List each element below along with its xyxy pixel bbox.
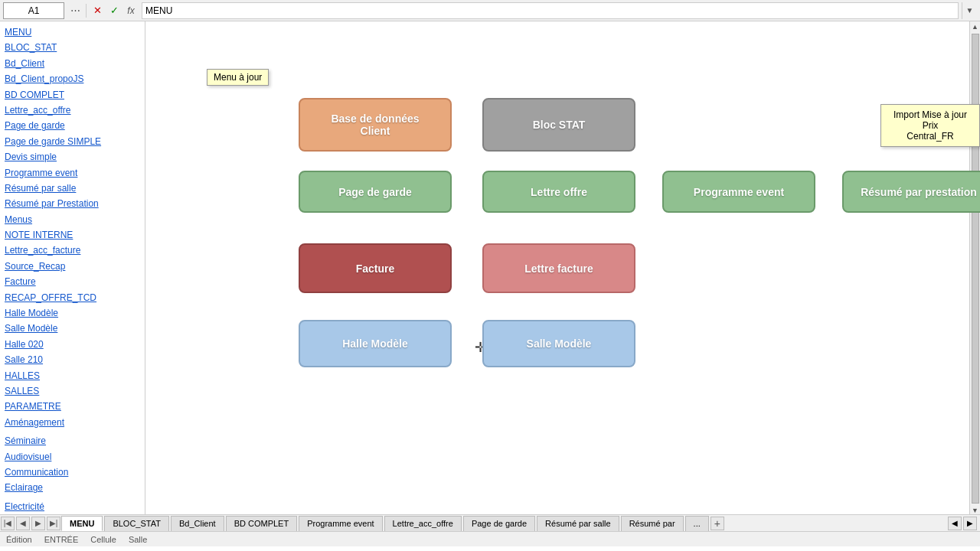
button-lettre-facture[interactable]: Lettre facture bbox=[482, 243, 635, 293]
sheet-tab-more[interactable]: ... bbox=[685, 516, 709, 531]
cancel-icon[interactable]: ✕ bbox=[90, 3, 105, 18]
sidebar-link[interactable]: NOTE INTERNE bbox=[5, 227, 140, 243]
tab-scroll-btns: ◀ ▶ bbox=[948, 517, 977, 530]
status-cellule: Cellule bbox=[90, 535, 116, 544]
sidebar: MENUBLOC_STATBd_ClientBd_Client_propoJSB… bbox=[0, 21, 145, 514]
sidebar-link[interactable]: BLOC_STAT bbox=[5, 40, 140, 55]
sidebar-link[interactable]: Eclairage bbox=[5, 480, 140, 495]
button-page-de-garde[interactable]: Page de garde bbox=[299, 171, 452, 213]
import-line1: Import Mise à jour Prix bbox=[889, 109, 972, 131]
import-line2: Central_FR bbox=[889, 131, 972, 142]
sidebar-link[interactable]: Electricité bbox=[5, 499, 140, 514]
import-box: Import Mise à jour Prix Central_FR bbox=[880, 104, 980, 147]
button-salle-modele[interactable]: Salle Modèle bbox=[482, 320, 635, 367]
button-resume-par-prestation[interactable]: Résumé par prestation bbox=[842, 171, 980, 213]
sidebar-link[interactable]: Halle 020 bbox=[5, 337, 140, 352]
sidebar-link[interactable]: Devis simple bbox=[5, 149, 140, 165]
formula-input[interactable] bbox=[142, 2, 959, 19]
scroll-down-btn[interactable]: ▼ bbox=[972, 507, 978, 514]
sidebar-link[interactable]: Lettre_acc_offre bbox=[5, 103, 140, 118]
sidebar-link[interactable]: Page de garde SIMPLE bbox=[5, 134, 140, 149]
sidebar-link[interactable]: Séminaire bbox=[5, 433, 140, 448]
sidebar-link[interactable]: Page de garde bbox=[5, 118, 140, 133]
sidebar-link[interactable]: Audiovisuel bbox=[5, 449, 140, 465]
sheet-tab[interactable]: BD COMPLET bbox=[226, 516, 298, 531]
formula-dropdown[interactable]: ▼ bbox=[962, 2, 977, 19]
sidebar-link[interactable]: Halle Modèle bbox=[5, 305, 140, 321]
menu-dots-icon[interactable]: ⋯ bbox=[67, 3, 83, 18]
sidebar-link[interactable]: Menus bbox=[5, 212, 140, 227]
sheet-tab[interactable]: Page de garde bbox=[463, 516, 535, 531]
sidebar-link[interactable]: HALLES bbox=[5, 368, 140, 383]
sidebar-link[interactable]: Bd_Client_propoJS bbox=[5, 71, 140, 86]
tab-scroll-right[interactable]: ▶ bbox=[963, 517, 977, 530]
sidebar-link[interactable]: PARAMETRE bbox=[5, 399, 140, 414]
sheet-tab[interactable]: Programme event bbox=[299, 516, 382, 531]
button-lettre-offre[interactable]: Lettre offre bbox=[482, 171, 635, 213]
main-container: MENUBLOC_STATBd_ClientBd_Client_propoJSB… bbox=[0, 21, 980, 514]
button-programme-event[interactable]: Programme event bbox=[662, 171, 815, 213]
formula-icons: ⋯ ✕ ✓ fx bbox=[67, 3, 139, 18]
cell-reference[interactable] bbox=[3, 2, 64, 19]
confirm-icon[interactable]: ✓ bbox=[106, 3, 122, 18]
status-salle: Salle bbox=[129, 535, 147, 544]
sidebar-link[interactable]: Communication bbox=[5, 465, 140, 480]
tab-nav-first[interactable]: |◀ bbox=[1, 517, 15, 530]
status-mode: Édition bbox=[6, 535, 32, 544]
tab-nav-last[interactable]: ▶| bbox=[47, 517, 60, 530]
button-bloc-stat[interactable]: Bloc STAT bbox=[482, 98, 635, 152]
status-bar: Édition ENTRÉE Cellule Salle bbox=[0, 531, 980, 546]
formula-divider bbox=[86, 4, 87, 18]
sidebar-link[interactable]: RECAP_OFFRE_TCD bbox=[5, 290, 140, 305]
formula-bar: ⋯ ✕ ✓ fx ▼ bbox=[0, 0, 980, 21]
button-halle-modele[interactable]: Halle Modèle bbox=[299, 320, 452, 367]
sheet-tab[interactable]: Lettre_acc_offre bbox=[384, 516, 462, 531]
sidebar-link[interactable]: Bd_Client bbox=[5, 56, 140, 71]
tooltip-text: Menu à jour bbox=[214, 72, 262, 83]
button-facture[interactable]: Facture bbox=[299, 243, 452, 293]
sidebar-link[interactable]: Facture bbox=[5, 274, 140, 289]
tab-add-btn[interactable]: + bbox=[710, 517, 724, 530]
sidebar-link[interactable]: Programme event bbox=[5, 165, 140, 181]
sidebar-link[interactable]: Lettre_acc_facture bbox=[5, 243, 140, 258]
sidebar-link[interactable]: SALLES bbox=[5, 383, 140, 399]
sidebar-link[interactable]: Salle Modèle bbox=[5, 321, 140, 336]
worksheet: Menu à jour Import Mise à jour Prix Cent… bbox=[145, 21, 980, 514]
sheet-tabs-bar: |◀ ◀ ▶ ▶| MENUBLOC_STATBd_ClientBD COMPL… bbox=[0, 514, 980, 531]
tooltip-box: Menu à jour bbox=[207, 69, 269, 86]
sidebar-link[interactable]: MENU bbox=[5, 24, 140, 40]
tab-scroll-left[interactable]: ◀ bbox=[948, 517, 962, 530]
tab-nav-prev[interactable]: ◀ bbox=[16, 517, 30, 530]
sheet-area: Menu à jour Import Mise à jour Prix Cent… bbox=[145, 21, 980, 514]
sheet-tab[interactable]: Résumé par bbox=[621, 516, 684, 531]
status-entree: ENTRÉE bbox=[44, 535, 79, 544]
sidebar-link[interactable]: Résumé par salle bbox=[5, 181, 140, 196]
sidebar-link[interactable]: Résumé par Prestation bbox=[5, 196, 140, 211]
sheet-tab[interactable]: BLOC_STAT bbox=[104, 516, 169, 531]
vertical-scrollbar[interactable]: ▲ ▼ bbox=[969, 21, 980, 514]
sidebar-link[interactable]: Aménagement bbox=[5, 415, 140, 430]
sidebar-link[interactable]: Source_Recap bbox=[5, 259, 140, 274]
scroll-up-btn[interactable]: ▲ bbox=[972, 23, 978, 31]
tab-nav-next[interactable]: ▶ bbox=[31, 517, 45, 530]
button-base-de-donnees[interactable]: Base de donnéesClient bbox=[299, 98, 452, 152]
sidebar-link[interactable]: Salle 210 bbox=[5, 352, 140, 367]
sheet-tab[interactable]: Bd_Client bbox=[171, 516, 224, 531]
sheet-tab[interactable]: Résumé par salle bbox=[537, 516, 619, 531]
sidebar-link[interactable]: BD COMPLET bbox=[5, 87, 140, 103]
sheet-tab[interactable]: MENU bbox=[61, 516, 103, 531]
fx-icon: fx bbox=[123, 3, 139, 18]
